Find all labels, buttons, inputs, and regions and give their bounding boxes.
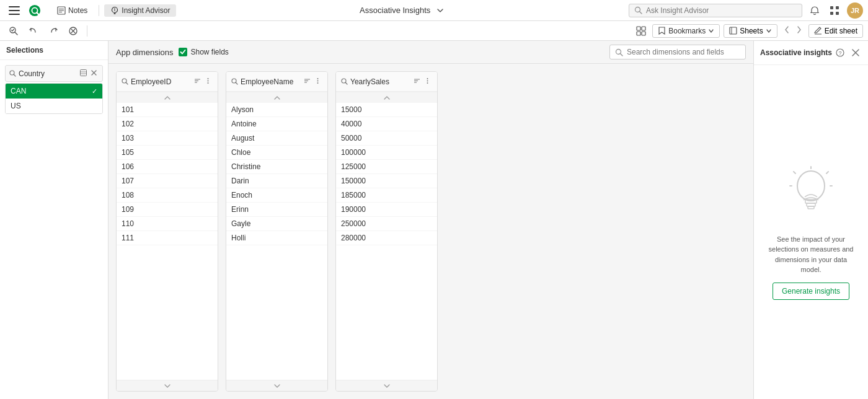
hamburger-menu-button[interactable] — [5, 4, 24, 17]
up-arrow-icon — [274, 95, 280, 100]
field-row-value: Christine — [231, 162, 260, 171]
field-row[interactable]: Alyson — [226, 103, 327, 117]
field-row-value: Erinn — [231, 205, 249, 214]
svg-line-34 — [14, 74, 16, 76]
field-row[interactable]: 185000 — [336, 188, 437, 203]
next-sheet-button[interactable] — [794, 24, 805, 37]
svg-point-14 — [115, 7, 115, 8]
apps-grid-button[interactable] — [827, 3, 842, 18]
svg-rect-2 — [9, 14, 20, 15]
clear-icon — [91, 69, 97, 76]
show-fields-checkbox[interactable] — [179, 48, 187, 56]
sort-icon — [194, 77, 201, 84]
bookmark-icon — [658, 27, 666, 35]
field-row[interactable]: Gayle — [226, 217, 327, 231]
field-row[interactable]: Enoch — [226, 188, 327, 203]
search-dimensions-field[interactable] — [627, 48, 732, 56]
notes-tab[interactable]: Notes — [51, 4, 94, 17]
field-row[interactable]: 108 — [117, 188, 218, 203]
hamburger-icon — [9, 6, 20, 15]
country-filter: Country — [5, 65, 103, 114]
field-card-more-btn-employeeid[interactable] — [203, 76, 213, 87]
ask-insight-input[interactable] — [646, 6, 782, 15]
field-row[interactable]: Darin — [226, 174, 327, 188]
clear-all-button[interactable] — [64, 24, 82, 38]
avatar[interactable]: JR — [847, 2, 863, 19]
country-filter-label: Country — [19, 69, 45, 78]
insights-description: See the impact of your selections on mea… — [764, 234, 858, 275]
bookmarks-button[interactable]: Bookmarks — [652, 24, 720, 38]
field-row[interactable]: August — [226, 131, 327, 146]
notifications-button[interactable] — [807, 3, 822, 18]
field-row[interactable]: 103 — [117, 131, 218, 146]
field-row[interactable]: Chloe — [226, 146, 327, 160]
field-card-sort-btn-yearlysales[interactable] — [412, 76, 422, 87]
field-row[interactable]: Erinn — [226, 203, 327, 217]
insight-advisor-icon — [110, 6, 119, 15]
field-card-more-btn-employeename[interactable] — [313, 76, 322, 87]
country-filter-table-btn[interactable] — [79, 68, 88, 79]
field-row-value: 250000 — [341, 219, 366, 228]
field-card-more-btn-yearlysales[interactable] — [423, 76, 432, 87]
field-row-value: August — [231, 134, 254, 142]
scroll-up-employeename[interactable] — [226, 92, 327, 103]
field-row[interactable]: Christine — [226, 160, 327, 174]
help-icon: ? — [836, 48, 844, 57]
scroll-up-yearlysales[interactable] — [336, 92, 437, 103]
down-arrow-icon — [274, 384, 280, 388]
country-filter-item-us[interactable]: US — [6, 99, 102, 113]
sheet-navigation-arrows — [781, 24, 805, 37]
insights-close-button[interactable] — [849, 46, 862, 59]
field-row[interactable]: 40000 — [336, 117, 437, 131]
svg-line-41 — [621, 53, 623, 56]
field-row[interactable]: 102 — [117, 117, 218, 131]
notes-label: Notes — [68, 6, 87, 15]
svg-point-48 — [208, 81, 209, 82]
country-filter-list: CAN ✓ US — [5, 83, 103, 114]
field-row[interactable]: 109 — [117, 203, 218, 217]
field-row[interactable]: 15000 — [336, 103, 437, 117]
chevron-down-icon — [436, 7, 444, 14]
generate-insights-button[interactable]: Generate insights — [773, 283, 849, 300]
scroll-down-employeename[interactable] — [226, 380, 327, 391]
selection-forward-button[interactable] — [45, 24, 62, 38]
insight-advisor-tab[interactable]: Insight Advisor — [104, 4, 176, 17]
field-row[interactable]: 101 — [117, 103, 218, 117]
svg-point-56 — [317, 81, 319, 82]
field-row[interactable]: Holli — [226, 231, 327, 245]
edit-sheet-button[interactable]: Edit sheet — [808, 24, 863, 38]
more-icon — [314, 77, 321, 84]
field-row[interactable]: 150000 — [336, 174, 437, 188]
field-row[interactable]: 106 — [117, 160, 218, 174]
sheets-button[interactable]: Sheets — [724, 24, 777, 38]
previous-sheet-button[interactable] — [781, 24, 792, 37]
selections-view-toggle[interactable] — [634, 24, 649, 38]
selection-back-button[interactable] — [25, 24, 42, 38]
app-title-area: Associative Insights — [360, 6, 445, 15]
smart-search-button[interactable] — [5, 24, 22, 38]
field-title-text-employeeid: EmployeeID — [131, 77, 171, 86]
field-row[interactable]: 111 — [117, 231, 218, 245]
field-row[interactable]: 100000 — [336, 146, 437, 160]
scroll-down-yearlysales[interactable] — [336, 380, 437, 391]
field-card-sort-btn-employeeid[interactable] — [193, 76, 202, 87]
app-title-dropdown-button[interactable] — [435, 6, 445, 15]
grid-icon — [636, 26, 646, 36]
field-row[interactable]: 107 — [117, 174, 218, 188]
field-row[interactable]: 110 — [117, 217, 218, 231]
field-row[interactable]: 280000 — [336, 231, 437, 245]
insights-help-button[interactable]: ? — [833, 46, 847, 59]
field-row[interactable]: 190000 — [336, 203, 437, 217]
country-filter-item-can[interactable]: CAN ✓ — [6, 84, 102, 99]
search-icon — [9, 70, 16, 77]
scroll-down-employeeid[interactable] — [117, 380, 218, 391]
field-row[interactable]: 125000 — [336, 160, 437, 174]
scroll-up-employeeid[interactable] — [117, 92, 218, 103]
field-row[interactable]: 105 — [117, 146, 218, 160]
field-card-sort-btn-employeename[interactable] — [303, 76, 312, 87]
field-row[interactable]: 50000 — [336, 131, 437, 146]
field-row[interactable]: 250000 — [336, 217, 437, 231]
field-row-value: 185000 — [341, 191, 366, 200]
field-row[interactable]: Antoine — [226, 117, 327, 131]
country-filter-clear-btn[interactable] — [89, 68, 99, 79]
